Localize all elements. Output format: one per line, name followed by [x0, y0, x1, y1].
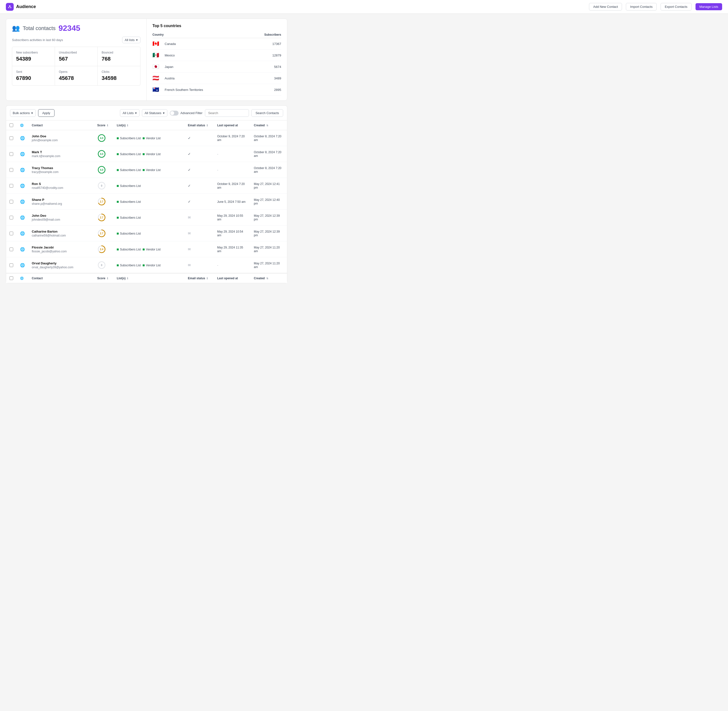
list-name: Vendor List: [146, 152, 161, 156]
globe-icon: 🌐: [20, 124, 24, 127]
globe-icon: 🌐: [20, 247, 25, 251]
footer-score-label: Score ℹ: [94, 273, 113, 283]
row-checkbox-cell[interactable]: [6, 130, 16, 146]
list-tag: Vendor List: [143, 264, 161, 267]
email-status-cell: ✉: [184, 209, 214, 226]
metric-value: 567: [59, 56, 94, 62]
chevron-down-icon: ▾: [136, 38, 138, 42]
contact-cell: Catharine Barton catharine59@hotmail.com: [28, 226, 94, 241]
row-checkbox-cell[interactable]: [6, 162, 16, 178]
metric-new-subscribers: New subscribers 54389: [12, 47, 55, 66]
all-lists-dropdown[interactable]: All lists ▾: [122, 37, 140, 43]
last-opened-cell: May 29, 2024 10:55 am: [214, 209, 251, 226]
list-dot: [117, 217, 119, 219]
chevron-down-icon: ▾: [163, 111, 165, 115]
last-opened-date: May 29, 2024 10:54 am: [217, 230, 243, 237]
import-contacts-button[interactable]: Import Contacts: [626, 3, 657, 10]
row-checkbox-cell[interactable]: [6, 226, 16, 241]
created-date: May 27, 2024 12:39 pm: [254, 230, 280, 237]
last-opened-cell: May 29, 2024 10:54 am: [214, 226, 251, 241]
col-score-header: Score ℹ: [94, 121, 113, 130]
metric-value: 34598: [102, 75, 136, 81]
created-date: October 8, 2024 7:20 am: [254, 135, 281, 142]
col-globe-header: 🌐: [16, 121, 28, 130]
globe-icon: 🌐: [20, 215, 25, 220]
countries-table-header: Country Subscribers: [152, 31, 281, 38]
country-row: 🇹🇫 French Southern Territories 2895: [152, 84, 281, 96]
score-cell: 4.0: [94, 130, 113, 146]
list-dot: [117, 169, 119, 171]
row-checkbox-cell[interactable]: [6, 209, 16, 226]
score-indicator: 4.0: [97, 149, 106, 158]
row-checkbox[interactable]: [10, 136, 13, 140]
country-name: French Southern Territories: [165, 88, 272, 91]
list-dot: [143, 153, 144, 155]
advanced-filter-toggle[interactable]: [170, 111, 178, 115]
row-checkbox[interactable]: [10, 248, 13, 251]
list-dot: [143, 248, 144, 251]
row-checkbox[interactable]: [10, 168, 13, 172]
globe-icon: 🌐: [20, 168, 25, 172]
row-checkbox-cell[interactable]: [6, 178, 16, 194]
col-subscribers-header: Subscribers: [264, 33, 281, 36]
row-checkbox[interactable]: [10, 152, 13, 156]
col-email-status-header: Email status ℹ: [184, 121, 214, 130]
table-header: 🌐 Contact Score ℹ List(s) ℹ Email statu: [6, 121, 287, 130]
email-status-envelope: ✉: [188, 215, 191, 220]
manage-lists-button[interactable]: Manage Lists: [696, 3, 722, 10]
col-created-header[interactable]: Created ⇅: [251, 121, 287, 130]
score-info-icon: ℹ: [107, 124, 108, 127]
row-checkbox[interactable]: [10, 184, 13, 187]
list-tag: Subscribers List: [117, 200, 141, 204]
score-indicator: 0: [97, 261, 106, 270]
all-lists-filter[interactable]: All Lists ▾: [120, 109, 140, 117]
country-count: 5674: [274, 65, 281, 69]
lists-cell: Subscribers List Vendor List: [113, 162, 184, 178]
metric-label: Bounced: [102, 51, 136, 54]
row-checkbox[interactable]: [10, 200, 13, 204]
advanced-filter-toggle-row: Advanced Filter: [170, 111, 202, 115]
contact-name: Catharine Barton: [32, 230, 90, 233]
row-checkbox[interactable]: [10, 232, 13, 235]
add-contact-button[interactable]: Add New Contact: [589, 3, 622, 10]
row-checkbox-cell[interactable]: [6, 257, 16, 273]
col-contact-header: Contact: [28, 121, 94, 130]
row-checkbox[interactable]: [10, 216, 13, 220]
select-all-checkbox[interactable]: [10, 123, 13, 127]
list-name: Subscribers List: [120, 137, 141, 140]
all-statuses-filter[interactable]: All Statuses ▾: [142, 109, 167, 117]
metric-clicks: Clicks 34598: [98, 66, 140, 85]
footer-last-opened-label: Last opened at: [214, 273, 251, 283]
score-indicator: 4.0: [97, 134, 106, 142]
country-name: Canada: [165, 42, 270, 46]
list-tag: Vendor List: [143, 137, 161, 140]
search-contacts-button[interactable]: Search Contacts: [251, 109, 283, 117]
bulk-actions-label: Bulk actions: [13, 111, 30, 115]
apply-button[interactable]: Apply: [38, 109, 55, 117]
list-name: Vendor List: [146, 168, 161, 172]
contact-cell: John Deo johndeo09@mail.com: [28, 209, 94, 226]
contact-email: flossie_jacobi@yahoo.com: [32, 250, 90, 253]
search-input[interactable]: [205, 109, 249, 117]
footer-email-status-info-icon: ℹ: [207, 277, 208, 280]
country-count: 2895: [274, 88, 281, 91]
table-row: 🌐 John Deo johndeo09@mail.com 2.7 Subscr…: [6, 209, 287, 226]
metric-value: 54389: [16, 56, 51, 62]
created-cell: October 8, 2024 7:20 am: [251, 162, 287, 178]
table-row: 🌐 Mark T mark.t@example.com 4.0 Subscrib…: [6, 146, 287, 162]
col-select-all[interactable]: [6, 121, 16, 130]
row-checkbox-cell[interactable]: [6, 241, 16, 257]
list-dot: [117, 137, 119, 139]
country-row: 🇨🇦 Canada 17367: [152, 38, 281, 50]
row-checkbox-cell[interactable]: [6, 194, 16, 209]
bulk-actions-dropdown[interactable]: Bulk actions ▾: [10, 109, 36, 117]
export-contacts-button[interactable]: Export Contacts: [660, 3, 691, 10]
footer-created-label[interactable]: Created ⇅: [251, 273, 287, 283]
footer-select-all-checkbox[interactable]: [10, 276, 13, 280]
country-name: Austria: [165, 77, 272, 80]
row-checkbox-cell[interactable]: [6, 146, 16, 162]
lists-cell: Subscribers List Vendor List: [113, 241, 184, 257]
list-name: Subscribers List: [120, 184, 141, 187]
email-status-check: ✓: [188, 168, 191, 172]
row-checkbox[interactable]: [10, 263, 13, 267]
